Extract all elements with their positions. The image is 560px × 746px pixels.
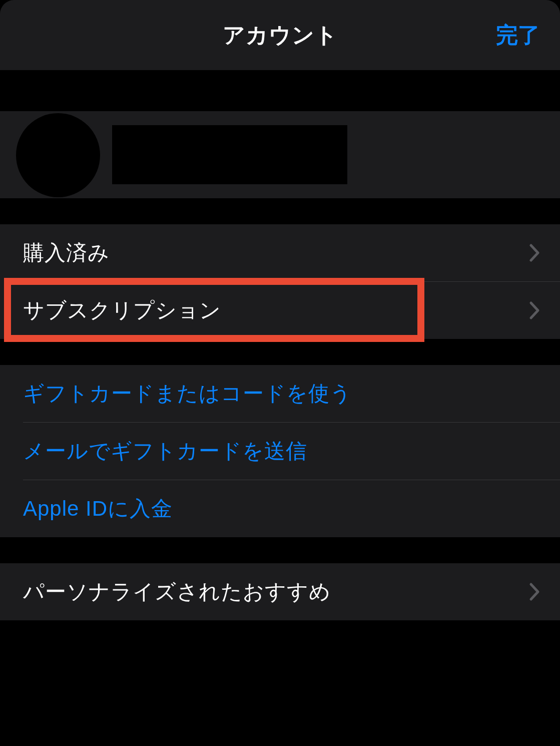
purchased-label: 購入済み [23,239,110,267]
send-gift-card-label: メールでギフトカードを送信 [23,437,307,465]
subscriptions-label: サブスクリプション [23,296,221,324]
done-button[interactable]: 完了 [496,21,540,50]
section-gift-funds: ギフトカードまたはコードを使う メールでギフトカードを送信 Apple IDに入… [0,365,560,537]
section-gap [0,537,560,563]
avatar [16,113,100,197]
section-purchases: 購入済み サブスクリプション [0,224,560,339]
section-gap [0,339,560,365]
section-gap [0,70,560,111]
chevron-right-icon [529,582,540,601]
purchased-row[interactable]: 購入済み [0,224,560,281]
chevron-right-icon [529,301,540,320]
profile-row[interactable] [0,111,560,198]
user-name-redacted [112,125,347,184]
chevron-right-icon [529,243,540,262]
personalized-recommendations-row[interactable]: パーソナライズされたおすすめ [0,563,560,620]
add-funds-row[interactable]: Apple IDに入金 [0,480,560,537]
subscriptions-row[interactable]: サブスクリプション [0,282,560,339]
personalized-recommendations-label: パーソナライズされたおすすめ [23,578,331,606]
redeem-gift-card-label: ギフトカードまたはコードを使う [23,380,352,408]
redeem-gift-card-row[interactable]: ギフトカードまたはコードを使う [0,365,560,422]
send-gift-card-row[interactable]: メールでギフトカードを送信 [0,423,560,480]
add-funds-label: Apple IDに入金 [23,495,173,523]
section-gap [0,198,560,224]
page-title: アカウント [223,21,338,50]
modal-header: アカウント 完了 [0,0,560,70]
